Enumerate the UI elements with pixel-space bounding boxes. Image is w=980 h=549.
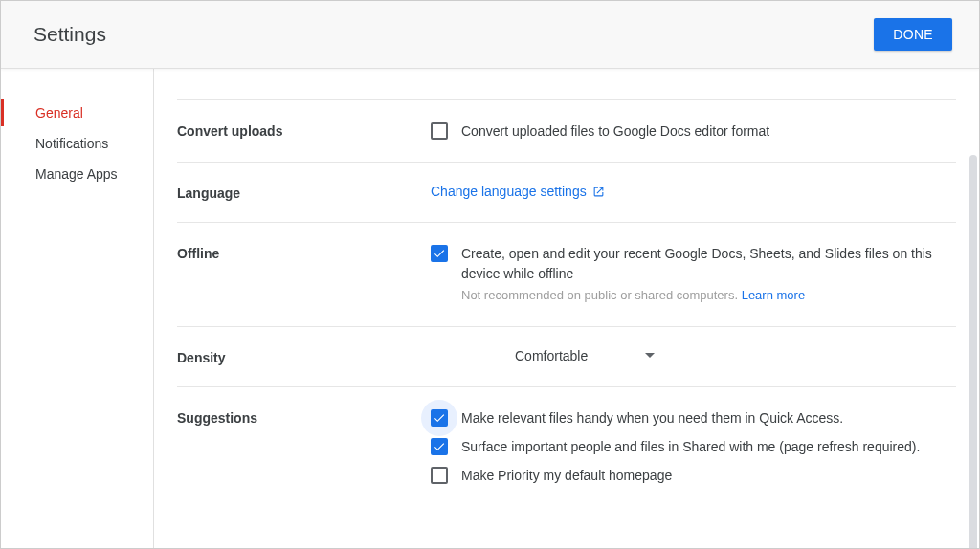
row-content-offline: Create, open and edit your recent Google… xyxy=(431,244,956,304)
sidebar: General Notifications Manage Apps xyxy=(1,69,154,549)
suggestion-row-2: Make Priority my default homepage xyxy=(431,466,956,485)
row-label-offline: Offline xyxy=(177,244,431,261)
convert-checkbox-row: Convert uploaded files to Google Docs ed… xyxy=(431,121,956,141)
row-content-density: Comfortable xyxy=(431,348,956,363)
suggestion-label-0: Make relevant files handy when you need … xyxy=(461,408,843,428)
open-in-new-icon xyxy=(592,186,605,198)
dialog-header: Settings DONE xyxy=(1,1,979,69)
scrollbar[interactable] xyxy=(969,155,977,549)
settings-content: Convert uploads Convert uploaded files t… xyxy=(154,69,979,549)
change-language-link[interactable]: Change language settings xyxy=(431,184,605,199)
suggestion-checkbox-quick-access[interactable] xyxy=(431,409,448,427)
chevron-down-icon xyxy=(645,353,655,358)
row-label-density: Density xyxy=(177,348,431,365)
dialog-body: General Notifications Manage Apps Conver… xyxy=(1,69,979,549)
row-convert-uploads: Convert uploads Convert uploaded files t… xyxy=(177,99,956,162)
row-suggestions: Suggestions Make relevant files handy wh… xyxy=(177,386,956,507)
suggestion-label-1: Surface important people and files in Sh… xyxy=(461,437,920,456)
sidebar-item-general[interactable]: General xyxy=(1,99,153,126)
suggestion-row-1: Surface important people and files in Sh… xyxy=(431,437,956,456)
suggestion-checkbox-priority[interactable] xyxy=(431,467,448,484)
row-content-language: Change language settings xyxy=(431,184,956,199)
row-density: Density Comfortable xyxy=(177,326,956,386)
row-content-suggestions: Make relevant files handy when you need … xyxy=(431,408,956,486)
offline-checkbox-text: Create, open and edit your recent Google… xyxy=(461,246,932,280)
check-icon xyxy=(433,247,446,260)
row-label-suggestions: Suggestions xyxy=(177,408,431,426)
check-icon xyxy=(433,440,446,453)
row-offline: Offline Create, open and edit your recen… xyxy=(177,222,956,325)
row-language: Language Change language settings xyxy=(177,162,956,222)
offline-learn-more-link[interactable]: Learn more xyxy=(742,288,805,302)
dialog-title: Settings xyxy=(33,23,106,46)
offline-checkbox-label: Create, open and edit your recent Google… xyxy=(461,244,956,304)
suggestion-row-0: Make relevant files handy when you need … xyxy=(431,408,956,428)
offline-note-prefix: Not recommended on public or shared comp… xyxy=(461,288,742,302)
row-label-convert: Convert uploads xyxy=(177,121,431,139)
offline-checkbox[interactable] xyxy=(431,245,448,262)
convert-checkbox-label: Convert uploaded files to Google Docs ed… xyxy=(461,121,769,141)
partial-prev-row xyxy=(177,69,956,99)
suggestion-label-2: Make Priority my default homepage xyxy=(461,466,672,485)
done-button[interactable]: DONE xyxy=(874,18,952,51)
density-select[interactable]: Comfortable xyxy=(431,348,655,363)
convert-checkbox[interactable] xyxy=(431,122,448,140)
offline-note: Not recommended on public or shared comp… xyxy=(461,287,956,305)
density-value: Comfortable xyxy=(515,348,588,363)
row-content-convert: Convert uploaded files to Google Docs ed… xyxy=(431,121,956,141)
change-language-text: Change language settings xyxy=(431,184,587,199)
sidebar-item-manage-apps[interactable]: Manage Apps xyxy=(1,161,153,187)
offline-checkbox-row: Create, open and edit your recent Google… xyxy=(431,244,956,304)
suggestion-checkbox-shared[interactable] xyxy=(431,438,448,455)
row-label-language: Language xyxy=(177,184,431,201)
sidebar-item-notifications[interactable]: Notifications xyxy=(1,130,153,157)
check-icon xyxy=(433,411,446,425)
